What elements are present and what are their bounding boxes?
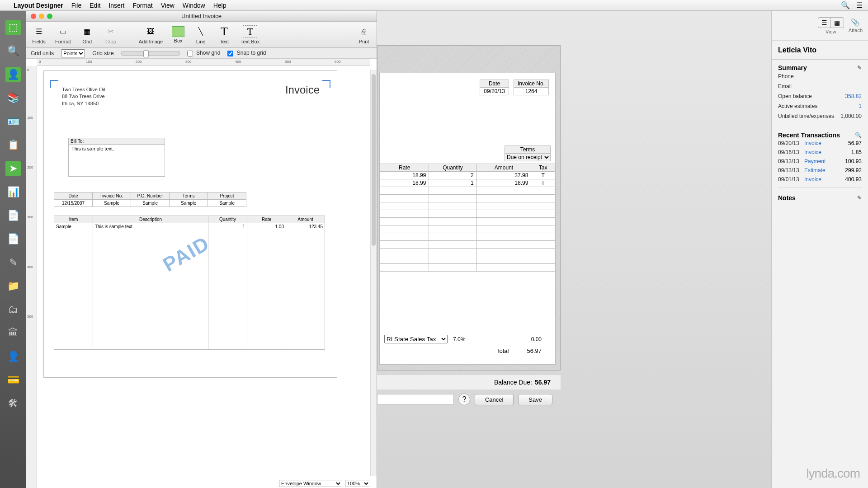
menu-window[interactable]: Window	[183, 2, 205, 9]
format-button[interactable]: ▭Format	[53, 24, 73, 45]
list-view-icon[interactable]: ☰	[818, 18, 831, 28]
unbilled-label: Unbilled time/expenses	[778, 113, 834, 119]
recent-transactions-heading: Recent Transactions	[778, 131, 840, 139]
grid-units-select[interactable]: Points	[61, 49, 85, 57]
vertical-ruler: 0100200300400500	[26, 66, 37, 488]
line-items-table[interactable]: ItemDescriptionQuantityRateAmount Sample…	[54, 216, 325, 350]
invoice-entry-window: Date09/20/13 Invoice No.1264 Terms Due o…	[377, 45, 561, 371]
transaction-row[interactable]: 09/01/13Invoice400.93	[778, 175, 862, 184]
phone-label: Phone	[778, 73, 794, 80]
print-button[interactable]: 🖨Print	[355, 24, 373, 45]
customer-sidebar: ☰▦ View 📎 Attach Leticia Vito Summary✎ P…	[771, 11, 868, 488]
add-image-button[interactable]: 🖼Add Image	[137, 24, 165, 45]
search-transactions-icon[interactable]: 🔍	[855, 132, 862, 138]
grid-size-label: Grid size	[92, 50, 113, 56]
view-toggle[interactable]: ☰▦ View	[818, 17, 844, 34]
crop-mark-tr	[322, 80, 330, 88]
open-balance-value[interactable]: 358.82	[845, 93, 862, 99]
open-balance-label: Open balance	[778, 93, 812, 99]
spotlight-icon[interactable]: 🔍	[841, 1, 850, 9]
menu-extras-icon[interactable]: ☰	[856, 1, 863, 9]
grid-size-slider[interactable]	[121, 51, 180, 56]
notes-heading: Notes	[778, 194, 796, 202]
grid-view-icon[interactable]: ▦	[831, 18, 844, 28]
grid-button[interactable]: ▦Grid	[78, 24, 96, 45]
menu-insert[interactable]: Insert	[108, 2, 124, 9]
dock-doc2-icon[interactable]: 📄	[5, 231, 21, 247]
terms-field[interactable]: Terms Due on receipt	[505, 145, 551, 161]
tax-rate: 7.0%	[453, 336, 465, 343]
dock-customer-icon[interactable]: 👤	[5, 67, 21, 82]
line-items-grid[interactable]: RateQuantityAmountTax 18.99237.98T 18.99…	[380, 164, 555, 272]
dock-bank-icon[interactable]: 🏛	[5, 325, 21, 341]
fields-button[interactable]: ☰Fields	[30, 24, 48, 45]
invoice-number-field[interactable]: Invoice No.1264	[514, 80, 549, 95]
dock-transaction-icon[interactable]: ➤	[5, 161, 21, 176]
help-button[interactable]: ?	[458, 394, 470, 405]
text-box-button[interactable]: TText Box	[239, 24, 261, 45]
attach-button[interactable]: 📎 Attach	[849, 18, 863, 33]
window-titlebar: Untitled Invoice	[26, 11, 377, 22]
transaction-row[interactable]: 09/13/13Estimate299.92	[778, 166, 862, 175]
horizontal-ruler: 0100200300400500600	[37, 59, 370, 66]
dock-search-icon[interactable]: 🔍	[5, 43, 21, 59]
dock-tools-icon[interactable]: 🛠	[5, 396, 21, 411]
dock-home-icon[interactable]: ⬚	[5, 20, 21, 35]
app-name[interactable]: Layout Designer	[14, 2, 63, 9]
invoice-meta-table[interactable]: DateInvoice No.P.O. NumberTermsProject 1…	[54, 192, 246, 207]
crop-button[interactable]: ✂Crop	[102, 24, 120, 45]
cancel-button[interactable]: Cancel	[475, 394, 514, 405]
dock-vendor-icon[interactable]: 📚	[5, 90, 21, 106]
dock-reports-icon[interactable]: 📊	[5, 184, 21, 200]
grid-units-label: Grid units	[31, 50, 54, 56]
box-button[interactable]: Box	[170, 25, 186, 44]
invoice-title[interactable]: Invoice	[285, 84, 320, 96]
memo-input[interactable]	[377, 394, 454, 405]
snap-to-grid-checkbox[interactable]: Snap to grid	[227, 50, 266, 56]
total-value: 56.97	[527, 347, 542, 354]
dock-card-icon[interactable]: 💳	[5, 372, 21, 388]
save-button[interactable]: Save	[518, 394, 552, 405]
customer-name: Leticia Vito	[772, 41, 868, 60]
lynda-watermark: lynda.com	[806, 466, 860, 481]
edit-notes-icon[interactable]: ✎	[857, 195, 862, 201]
edit-summary-icon[interactable]: ✎	[857, 65, 862, 71]
design-canvas[interactable]: 0100200300400500600 0100200300400500 Two…	[26, 59, 377, 488]
email-label: Email	[778, 83, 792, 89]
dock-employee-icon[interactable]: 🪪	[5, 114, 21, 129]
transaction-row[interactable]: 09/13/13Payment100.93	[778, 157, 862, 166]
menu-edit[interactable]: Edit	[90, 2, 100, 9]
unbilled-value: 1,000.00	[840, 113, 862, 119]
paperclip-icon: 📎	[851, 18, 860, 27]
transaction-row[interactable]: 09/20/13Invoice56.97	[778, 139, 862, 148]
zoom-select[interactable]: 100%	[345, 480, 370, 487]
total-label: Total	[496, 347, 509, 354]
dock-stack-icon[interactable]: 🗂	[5, 302, 21, 317]
menu-format[interactable]: Format	[132, 2, 152, 9]
bill-to-field[interactable]: Bill To: This is sample text.	[68, 138, 165, 177]
show-grid-checkbox[interactable]: Show grid	[187, 50, 221, 56]
dock-doc1-icon[interactable]: 📄	[5, 208, 21, 223]
dock-clipboard-icon[interactable]: 📋	[5, 137, 21, 153]
invoice-page[interactable]: Two Trees Olive Oil 88 Two Trees Drive I…	[43, 70, 337, 378]
menu-view[interactable]: View	[161, 2, 175, 9]
envelope-select[interactable]: Envelope Window	[279, 480, 342, 487]
sales-tax-select[interactable]: RI State Sales Tax	[384, 335, 448, 343]
balance-due-bar: Balance Due:56.97	[377, 374, 561, 389]
active-estimates-value[interactable]: 1	[859, 103, 862, 109]
menu-file[interactable]: File	[71, 2, 82, 9]
layout-designer-window: Untitled Invoice ☰Fields ▭Format ▦Grid ✂…	[26, 11, 377, 488]
invoice-date-field[interactable]: Date09/20/13	[480, 80, 509, 95]
dock-user-icon[interactable]: 👤	[5, 349, 21, 364]
vertical-scrollbar[interactable]	[370, 70, 377, 476]
action-bar: ? Cancel Save	[377, 389, 561, 409]
text-button[interactable]: TText	[215, 24, 233, 45]
dock-write-icon[interactable]: ✎	[5, 255, 21, 270]
menu-help[interactable]: Help	[213, 2, 226, 9]
menubar: Layout Designer File Edit Insert Format …	[0, 0, 868, 11]
transaction-row[interactable]: 09/16/13Invoice1.85	[778, 148, 862, 157]
active-estimates-label: Active estimates	[778, 103, 817, 109]
company-address[interactable]: Two Trees Olive Oil 88 Two Trees Drive I…	[62, 86, 105, 107]
line-button[interactable]: ╲Line	[192, 24, 210, 45]
dock-folder-icon[interactable]: 📁	[5, 278, 21, 294]
